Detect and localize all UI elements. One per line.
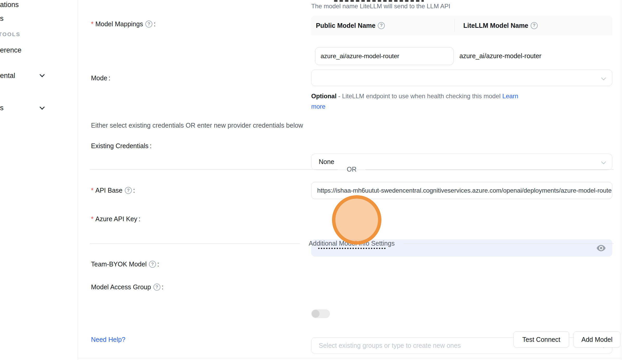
chevron-down-icon[interactable] (40, 72, 45, 77)
sidebar-item-experimental[interactable]: ental (0, 72, 15, 80)
public-model-name-header-text: Public Model Name (316, 22, 375, 29)
model-access-group-label: Model Access Group ? : (91, 283, 164, 291)
public-model-name-header: Public Model Name ? (311, 22, 456, 29)
label-colon: : (157, 260, 159, 268)
clipped-text-fragment (334, 0, 424, 2)
label-colon: : (162, 283, 164, 291)
model-mappings-table: Public Model Name ? LiteLLM Model Name ?… (311, 16, 612, 77)
api-base-label-text: API Base (95, 187, 122, 194)
divider-line (404, 243, 614, 244)
sidebar-section-tools: TOOLS (0, 31, 20, 37)
model-access-group-label-text: Model Access Group (91, 283, 151, 291)
or-divider: OR (90, 166, 614, 173)
click-indicator (332, 195, 381, 245)
need-help-link[interactable]: Need Help? (91, 336, 125, 343)
additional-settings-divider-text: Additional Model Info Settings (300, 240, 404, 247)
sidebar-item-inference[interactable]: erence (0, 46, 22, 54)
litellm-model-name-header: LiteLLM Model Name ? (456, 22, 538, 29)
model-name-help-text: The model name LiteLLM will send to the … (311, 3, 450, 10)
sidebar-item-organizations[interactable]: ations (0, 1, 19, 9)
divider-line (365, 169, 614, 170)
model-access-group-placeholder: Select existing groups or type to create… (319, 342, 461, 349)
sidebar-item-models[interactable]: s (0, 15, 4, 23)
litellm-model-name-header-text: LiteLLM Model Name (463, 22, 528, 29)
mode-help-body: - LiteLLM endpoint to use when health ch… (336, 93, 502, 100)
label-colon: : (109, 74, 110, 82)
existing-credentials-value: None (319, 158, 334, 166)
or-divider-text: OR (338, 166, 366, 173)
required-asterisk: * (91, 187, 94, 194)
help-circle-icon[interactable]: ? (378, 22, 385, 29)
divider-line (90, 169, 338, 170)
help-circle-icon[interactable]: ? (153, 284, 160, 291)
help-circle-icon[interactable]: ? (145, 21, 152, 28)
model-mappings-label-text: Model Mappings (95, 20, 143, 28)
card-bottom-border (78, 358, 621, 358)
model-mappings-table-header: Public Model Name ? LiteLLM Model Name ? (311, 16, 612, 35)
litellm-model-name-value: azure_ai/azure-model-router (452, 52, 541, 60)
card-right-border (621, 0, 621, 360)
help-circle-icon[interactable]: ? (531, 22, 538, 29)
sidebar-item-settings[interactable]: s (0, 104, 4, 112)
chevron-down-icon[interactable] (40, 104, 45, 110)
api-base-label: * API Base ? : (91, 187, 135, 194)
chevron-down-icon (601, 159, 606, 164)
toggle-knob (312, 310, 320, 318)
existing-credentials-label: Existing Credentials : (91, 142, 152, 150)
label-colon: : (139, 215, 140, 223)
team-byok-toggle[interactable] (311, 309, 330, 318)
public-model-name-input[interactable]: azure_ai/azure-model-router (315, 47, 454, 65)
label-colon: : (154, 20, 155, 28)
add-model-button[interactable]: Add Model (574, 331, 620, 348)
chevron-down-icon (601, 75, 606, 80)
team-byok-label-text: Team-BYOK Model (91, 260, 147, 268)
column-divider (454, 19, 455, 32)
api-base-input[interactable]: https://ishaa-mh6uutut-swedencentral.cog… (311, 182, 612, 199)
azure-api-key-label-text: Azure API Key (95, 215, 137, 223)
mode-label-text: Mode (91, 74, 107, 82)
additional-settings-divider: Additional Model Info Settings (90, 240, 614, 247)
help-circle-icon[interactable]: ? (149, 261, 156, 268)
required-asterisk: * (91, 20, 94, 28)
optional-bold-text: Optional (311, 93, 336, 100)
existing-credentials-label-text: Existing Credentials (91, 142, 148, 150)
credentials-note: Either select existing credentials OR en… (91, 122, 303, 129)
required-asterisk: * (91, 215, 94, 223)
team-byok-label: Team-BYOK Model ? : (91, 260, 159, 268)
add-model-page: ations s TOOLS erence ental s The model … (0, 0, 644, 360)
mode-help-text: Optional - LiteLLM endpoint to use when … (311, 91, 525, 112)
azure-api-key-label: * Azure API Key : (91, 215, 140, 223)
sidebar: ations s TOOLS erence ental s (0, 0, 78, 360)
test-connect-button[interactable]: Test Connect (513, 331, 569, 348)
label-colon: : (150, 142, 152, 150)
mode-select[interactable] (311, 70, 612, 86)
divider-line (90, 243, 300, 244)
help-circle-icon[interactable]: ? (125, 187, 132, 194)
model-mappings-label: * Model Mappings ? : (91, 20, 155, 28)
label-colon: : (133, 187, 135, 194)
mode-label: Mode : (91, 74, 110, 82)
